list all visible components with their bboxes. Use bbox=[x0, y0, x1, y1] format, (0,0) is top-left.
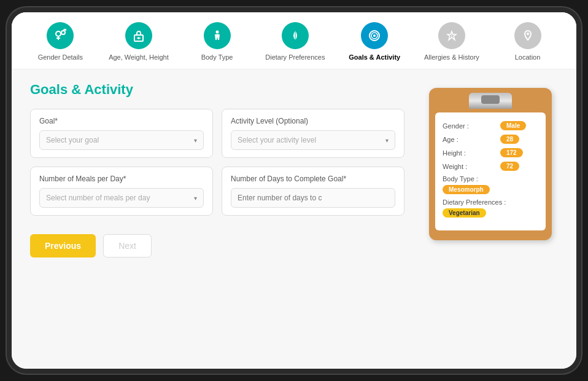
clipboard-row-weight: Weight : 72 bbox=[443, 162, 538, 171]
goals-icon bbox=[361, 22, 388, 49]
gender-value: Male bbox=[500, 121, 526, 130]
step-allergies-label: Allergies & History bbox=[424, 53, 479, 61]
step-age-weight[interactable]: Age, Weight, Height bbox=[109, 22, 169, 61]
svg-point-15 bbox=[527, 33, 529, 35]
clipboard-paper: Gender : Male Age : 28 Height : 172 We bbox=[435, 112, 546, 230]
step-body-label: Body Type bbox=[201, 53, 233, 61]
svg-point-0 bbox=[56, 31, 61, 36]
allergies-icon bbox=[438, 22, 465, 49]
clipboard-clip bbox=[469, 93, 512, 109]
weight-value: 72 bbox=[500, 162, 519, 171]
clipboard-row-height: Height : 172 bbox=[443, 148, 538, 157]
weight-key: Weight : bbox=[443, 163, 498, 170]
step-goals-label: Goals & Activity bbox=[349, 53, 400, 61]
height-key: Height : bbox=[443, 149, 498, 157]
clipboard: Gender : Male Age : 28 Height : 172 We bbox=[429, 88, 552, 240]
goal-chevron: ▾ bbox=[194, 137, 197, 144]
step-location[interactable]: Location bbox=[503, 22, 552, 61]
step-dietary[interactable]: Dietary Preferences bbox=[265, 22, 325, 61]
activity-placeholder: Select your activity level bbox=[238, 136, 316, 144]
gender-icon bbox=[47, 22, 74, 49]
svg-point-14 bbox=[373, 34, 376, 37]
body-type-key: Body Type : bbox=[443, 175, 498, 183]
step-goals[interactable]: Goals & Activity bbox=[349, 22, 400, 61]
main-content: Goals & Activity Goal* Select your goal … bbox=[12, 69, 576, 369]
step-gender[interactable]: Gender Details bbox=[36, 22, 85, 61]
form-title: Goals & Activity bbox=[30, 82, 404, 98]
dietary-value: Vegetarian bbox=[443, 208, 486, 218]
meals-chevron: ▾ bbox=[194, 195, 197, 202]
height-value: 172 bbox=[500, 148, 523, 157]
body-type-value: Mesomorph bbox=[443, 185, 490, 194]
svg-point-10 bbox=[215, 31, 219, 34]
svg-point-3 bbox=[61, 31, 65, 34]
location-icon bbox=[514, 22, 541, 49]
body-type-icon bbox=[204, 22, 231, 49]
activity-field: Activity Level (Optional) Select your ac… bbox=[222, 109, 404, 158]
clipboard-row-gender: Gender : Male bbox=[443, 121, 538, 130]
goal-placeholder: Select your goal bbox=[46, 136, 99, 144]
step-gender-label: Gender Details bbox=[38, 53, 83, 61]
step-location-label: Location bbox=[515, 53, 541, 61]
days-field: Number of Days to Complete Goal* bbox=[222, 167, 404, 216]
form-grid: Goal* Select your goal ▾ Activity Level … bbox=[30, 109, 404, 216]
screen: Gender Details Age, Weight, Height bbox=[12, 12, 576, 369]
meals-label: Number of Meals per Day* bbox=[39, 175, 204, 183]
activity-label: Activity Level (Optional) bbox=[231, 117, 395, 125]
meals-select[interactable]: Select number of meals per day ▾ bbox=[39, 188, 204, 208]
goal-field: Goal* Select your goal ▾ bbox=[30, 109, 213, 158]
stepper: Gender Details Age, Weight, Height bbox=[12, 12, 576, 69]
days-input[interactable] bbox=[231, 188, 395, 208]
step-body-type[interactable]: Body Type bbox=[193, 22, 242, 61]
goal-label: Goal* bbox=[39, 117, 204, 125]
dietary-icon bbox=[282, 22, 309, 49]
days-label: Number of Days to Complete Goal* bbox=[231, 175, 395, 183]
clipboard-section: Gender : Male Age : 28 Height : 172 We bbox=[423, 82, 558, 356]
gender-key: Gender : bbox=[443, 122, 498, 130]
age-weight-icon bbox=[125, 22, 152, 49]
next-button[interactable]: Next bbox=[103, 234, 152, 257]
clipboard-row-dietary: Dietary Preferences : Vegetarian bbox=[443, 198, 538, 218]
step-allergies[interactable]: Allergies & History bbox=[424, 22, 479, 61]
clipboard-row-age: Age : 28 bbox=[443, 135, 538, 144]
button-row: Previous Next bbox=[30, 234, 404, 257]
activity-select[interactable]: Select your activity level ▾ bbox=[231, 130, 395, 150]
step-dietary-label: Dietary Preferences bbox=[265, 53, 325, 61]
meals-field: Number of Meals per Day* Select number o… bbox=[30, 167, 213, 216]
activity-chevron: ▾ bbox=[385, 137, 389, 144]
clipboard-row-body-type: Body Type : Mesomorph bbox=[443, 175, 538, 194]
tablet-frame: Gender Details Age, Weight, Height bbox=[12, 12, 576, 369]
step-age-label: Age, Weight, Height bbox=[109, 53, 169, 61]
age-value: 28 bbox=[500, 135, 519, 144]
goal-select[interactable]: Select your goal ▾ bbox=[39, 130, 204, 150]
form-section: Goals & Activity Goal* Select your goal … bbox=[30, 82, 404, 356]
previous-button[interactable]: Previous bbox=[30, 234, 96, 257]
age-key: Age : bbox=[443, 136, 498, 143]
meals-placeholder: Select number of meals per day bbox=[46, 194, 150, 202]
dietary-key: Dietary Preferences : bbox=[443, 198, 506, 206]
